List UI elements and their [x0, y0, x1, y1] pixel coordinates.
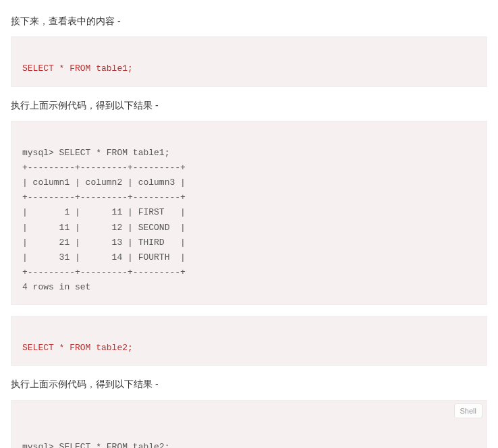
sql-output-2: mysql> SELECT * FROM table2; +---------+…: [22, 442, 196, 448]
sql-statement-1: SELECT * FROM table1;: [22, 63, 133, 74]
result-intro-2: 执行上面示例代码，得到以下结果 -: [11, 376, 487, 391]
sql-output-1: mysql> SELECT * FROM table1; +---------+…: [22, 148, 186, 292]
code-block-sql-1: SELECT * FROM table1;: [11, 36, 487, 86]
code-block-sql-2: SELECT * FROM table2;: [11, 316, 487, 366]
code-block-output-1: mysql> SELECT * FROM table1; +---------+…: [11, 121, 487, 305]
sql-statement-2: SELECT * FROM table2;: [22, 343, 133, 353]
result-intro-1: 执行上面示例代码，得到以下结果 -: [11, 98, 487, 113]
intro-text: 接下来，查看表中的内容 -: [11, 13, 487, 28]
code-block-output-2: Shell mysql> SELECT * FROM table2; +----…: [11, 400, 487, 448]
language-tag: Shell: [454, 403, 482, 419]
